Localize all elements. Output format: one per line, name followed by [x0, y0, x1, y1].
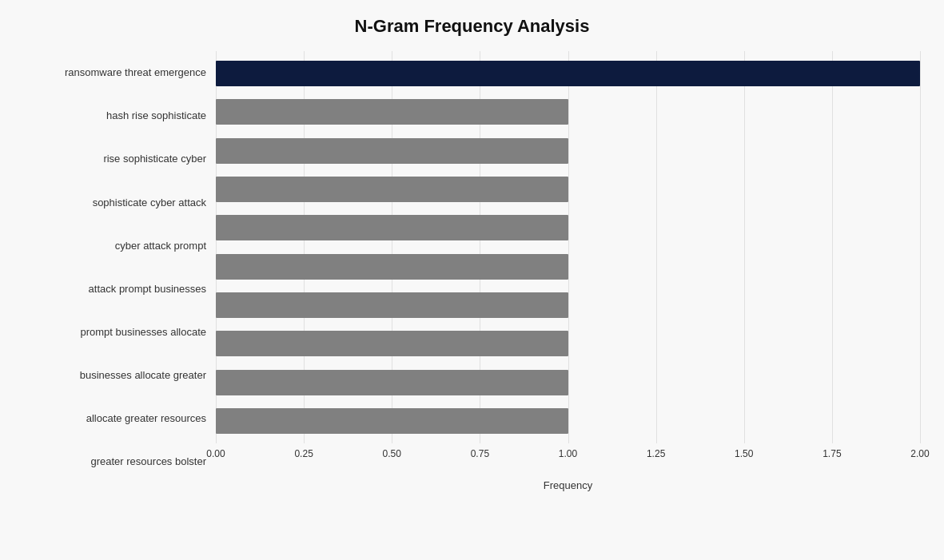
- bar-row: [216, 94, 920, 129]
- x-tick: 0.75: [471, 448, 489, 459]
- y-label: businesses allocate greater: [77, 369, 209, 382]
- bar: [216, 370, 568, 395]
- bar: [216, 331, 568, 356]
- x-tick: 0.00: [206, 448, 225, 459]
- y-label: ransomware threat emergence: [62, 66, 209, 79]
- x-axis: 0.000.250.500.751.001.251.501.752.00 Fre…: [216, 443, 920, 483]
- bar-row: [216, 56, 920, 91]
- bar-row: [216, 365, 920, 400]
- bar: [216, 215, 568, 240]
- y-label: allocate greater resources: [83, 412, 209, 425]
- bars-list: [216, 51, 920, 443]
- bar-row: [216, 249, 920, 284]
- bar-row: [216, 403, 920, 439]
- bar: [216, 408, 568, 434]
- y-label: greater resources bolster: [87, 455, 209, 468]
- x-axis-label: Frequency: [216, 479, 920, 491]
- y-label: cyber attack prompt: [112, 240, 209, 252]
- bar-row: [216, 210, 920, 245]
- bar: [216, 254, 568, 280]
- y-label: prompt businesses allocate: [77, 326, 209, 339]
- bars-panel: [216, 51, 920, 443]
- bar-row: [216, 172, 920, 207]
- chart-title: N-Gram Frequency Analysis: [24, 16, 920, 37]
- bar: [216, 292, 568, 318]
- y-label: sophisticate cyber attack: [90, 197, 209, 209]
- bar-row: [216, 288, 920, 323]
- x-tick: 1.25: [647, 448, 665, 459]
- x-tick: 0.25: [294, 448, 313, 459]
- x-tick: 0.50: [383, 448, 401, 459]
- x-tick: 1.75: [823, 448, 841, 459]
- chart-container: N-Gram Frequency Analysis ransomware thr…: [0, 0, 944, 560]
- y-labels: ransomware threat emergencehash rise sop…: [24, 51, 216, 483]
- gridline: [920, 51, 921, 443]
- bar-row: [216, 326, 920, 361]
- x-tick: 1.00: [559, 448, 577, 459]
- bar: [216, 99, 568, 125]
- bars-and-xaxis: 0.000.250.500.751.001.251.501.752.00 Fre…: [216, 51, 920, 483]
- bar-row: [216, 133, 920, 169]
- y-label: hash rise sophisticate: [103, 109, 209, 122]
- x-tick: 1.50: [735, 448, 753, 459]
- x-tick-container: 0.000.250.500.751.001.251.501.752.00: [216, 443, 920, 483]
- y-label: rise sophisticate cyber: [100, 153, 209, 165]
- chart-area: ransomware threat emergencehash rise sop…: [24, 51, 920, 483]
- bar: [216, 138, 568, 164]
- bar: [216, 177, 568, 202]
- y-label: attack prompt businesses: [86, 283, 209, 296]
- x-tick: 2.00: [910, 448, 929, 459]
- bar: [216, 61, 920, 86]
